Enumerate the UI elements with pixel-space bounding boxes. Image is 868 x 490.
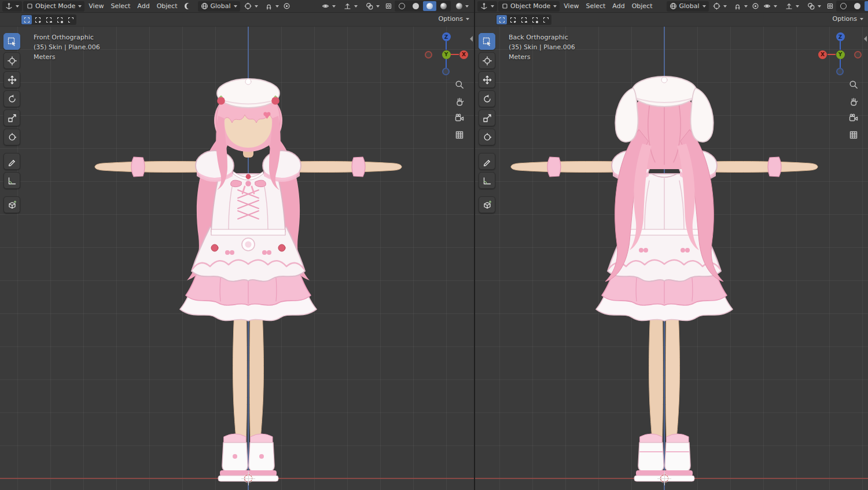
3d-cursor[interactable]: [244, 474, 252, 482]
tweak-select-tool[interactable]: [3, 33, 20, 50]
menu-select[interactable]: Select: [583, 1, 608, 12]
object-visibility-button[interactable]: [319, 1, 339, 12]
viewport-3d[interactable]: Front Orthographic (35) Skin | Plane.006…: [0, 27, 474, 490]
cursor-tool[interactable]: [479, 52, 495, 69]
gizmo-axis-x[interactable]: X: [459, 50, 468, 59]
transform-tool[interactable]: [3, 129, 20, 145]
move-tool[interactable]: [3, 71, 20, 88]
menu-add[interactable]: Add: [134, 1, 152, 12]
pan-hand-icon[interactable]: [847, 95, 860, 108]
select-extend-button[interactable]: [507, 15, 518, 24]
menu-view[interactable]: View: [86, 1, 106, 12]
select-intersect-button[interactable]: [540, 15, 551, 24]
select-subtract-button[interactable]: [518, 15, 529, 24]
xray-toggle-icon[interactable]: [385, 2, 392, 10]
shading-wireframe-button[interactable]: [837, 1, 850, 11]
shading-dropdown-button[interactable]: [453, 1, 472, 12]
transform-tool[interactable]: [479, 129, 495, 145]
toggle-grid-icon[interactable]: [453, 129, 466, 141]
gizmo-axis-x[interactable]: X: [818, 50, 827, 59]
tweak-select-tool[interactable]: [479, 33, 495, 50]
select-invert-button[interactable]: [529, 15, 540, 24]
select-invert-button[interactable]: [54, 15, 65, 24]
move-tool[interactable]: [479, 71, 495, 88]
shading-solid-button[interactable]: [409, 1, 422, 11]
zoom-icon[interactable]: [847, 78, 860, 91]
menu-add[interactable]: Add: [609, 1, 627, 12]
gizmos-button[interactable]: [782, 1, 802, 12]
gizmo-axis-neg-x[interactable]: [425, 51, 432, 58]
gizmo-axis-z[interactable]: Z: [442, 32, 451, 41]
shading-rendered-button[interactable]: [437, 1, 450, 11]
navigation-gizmo[interactable]: Z Y X: [424, 32, 468, 76]
overlays-button[interactable]: [363, 1, 382, 12]
options-dropdown[interactable]: Options: [833, 15, 863, 23]
select-set-button[interactable]: [496, 15, 507, 24]
overlays-button[interactable]: [804, 1, 824, 12]
mode-dropdown[interactable]: Object Mode: [23, 1, 84, 12]
navigation-gizmo[interactable]: Z Y X: [818, 32, 862, 76]
viewport-nav-buttons: [847, 78, 860, 141]
gizmos-button[interactable]: [341, 1, 361, 12]
pan-hand-icon[interactable]: [453, 95, 466, 108]
viewport-3d[interactable]: Back Orthographic (35) Skin | Plane.006 …: [475, 27, 868, 490]
shading-material-button[interactable]: [865, 1, 868, 11]
gizmo-axis-y[interactable]: Y: [442, 50, 451, 59]
orientation-dropdown[interactable]: Global: [198, 1, 240, 12]
pivot-point-icon: [713, 2, 720, 10]
gizmo-axis-z[interactable]: Z: [836, 32, 845, 41]
menu-select[interactable]: Select: [108, 1, 133, 12]
object-visibility-button[interactable]: [760, 1, 780, 12]
gizmo-z-line: [840, 41, 841, 50]
proportional-falloff-crescent-icon[interactable]: [185, 3, 191, 9]
select-extend-button[interactable]: [32, 15, 43, 24]
snap-button[interactable]: [731, 1, 751, 12]
mode-dropdown[interactable]: Object Mode: [498, 1, 560, 12]
pivot-point-button[interactable]: [710, 1, 730, 12]
sidebar-toggle-icon[interactable]: [470, 36, 473, 42]
scale-tool[interactable]: [3, 109, 20, 126]
gizmo-axis-neg-z[interactable]: [836, 68, 844, 75]
toggle-grid-icon[interactable]: [847, 129, 860, 141]
editor-type-button[interactable]: [477, 1, 497, 12]
shading-material-button[interactable]: [423, 1, 436, 11]
menu-object[interactable]: Object: [629, 1, 656, 12]
scale-tool[interactable]: [479, 109, 495, 126]
xray-toggle-icon[interactable]: [826, 2, 834, 10]
add-cube-tool[interactable]: [3, 196, 20, 213]
character-model[interactable]: [86, 74, 410, 484]
gizmo-axis-neg-z[interactable]: [442, 68, 450, 75]
measure-tool[interactable]: [3, 172, 20, 189]
editor-type-button[interactable]: [2, 1, 22, 12]
character-model[interactable]: [502, 74, 826, 484]
chevron-down-icon: [376, 5, 380, 8]
gizmo-axis-y[interactable]: Y: [836, 50, 845, 59]
camera-view-icon[interactable]: [847, 112, 860, 125]
measure-tool[interactable]: [479, 172, 495, 189]
orientation-dropdown[interactable]: Global: [667, 1, 708, 12]
select-subtract-button[interactable]: [43, 15, 54, 24]
gizmo-axis-neg-x[interactable]: [854, 51, 862, 58]
shading-wireframe-button[interactable]: [395, 1, 409, 11]
select-set-button[interactable]: [21, 15, 32, 24]
menu-object[interactable]: Object: [154, 1, 181, 12]
select-intersect-button[interactable]: [65, 15, 76, 24]
cursor-tool[interactable]: [3, 52, 20, 69]
zoom-icon[interactable]: [453, 78, 466, 91]
3d-cursor[interactable]: [660, 474, 668, 482]
proportional-editing-icon[interactable]: [283, 2, 290, 10]
snap-button[interactable]: [262, 1, 282, 12]
proportional-editing-icon[interactable]: [752, 2, 759, 10]
options-dropdown[interactable]: Options: [439, 15, 469, 23]
annotate-tool[interactable]: [3, 153, 20, 170]
annotate-tool[interactable]: [479, 153, 495, 170]
menu-view[interactable]: View: [561, 1, 582, 12]
add-cube-tool[interactable]: [479, 196, 495, 213]
gizmo-negz-line: [840, 59, 841, 68]
sidebar-toggle-icon[interactable]: [864, 36, 867, 42]
camera-view-icon[interactable]: [453, 112, 466, 125]
pivot-point-button[interactable]: [241, 1, 261, 12]
shading-solid-button[interactable]: [851, 1, 864, 11]
rotate-tool[interactable]: [3, 90, 20, 107]
rotate-tool[interactable]: [479, 90, 495, 107]
